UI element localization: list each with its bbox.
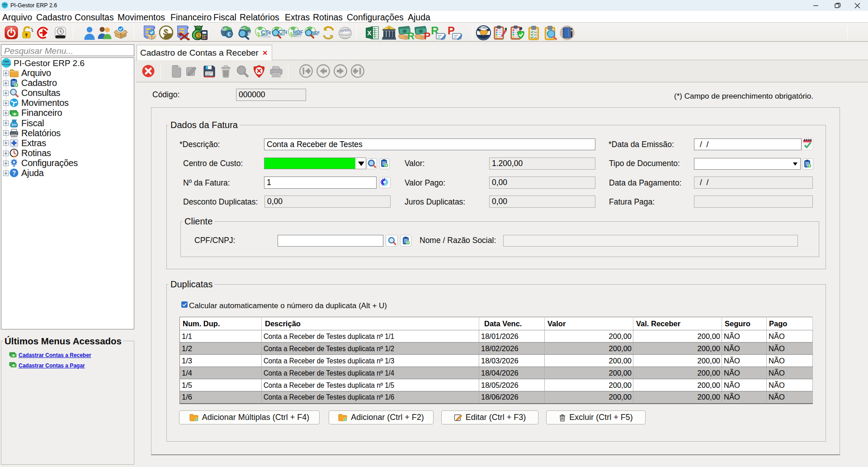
svg-text:P: P: [424, 30, 431, 41]
svg-text:€: €: [248, 31, 250, 36]
svg-text:MDFe: MDFe: [293, 29, 303, 35]
svg-text:SIST: SIST: [3, 5, 6, 7]
svg-text:$: $: [197, 32, 201, 39]
svg-text:CTe: CTe: [278, 29, 287, 35]
svg-text:MDFe: MDFe: [311, 30, 320, 35]
svg-text:X: X: [367, 29, 372, 37]
svg-text:MANIFESTO: MANIFESTO: [293, 36, 302, 38]
svg-text:CONHECIMENTO: CONHECIMENTO: [261, 36, 271, 38]
svg-text:NF: NF: [222, 27, 227, 32]
svg-text:UMA: UMA: [4, 60, 9, 63]
svg-text:?: ?: [12, 169, 16, 176]
svg-text:UMA: UMA: [3, 3, 7, 5]
svg-text:ACORDO: ACORDO: [480, 27, 488, 29]
svg-text:R: R: [407, 30, 415, 41]
svg-text:CTe: CTe: [261, 29, 271, 36]
svg-text:€: €: [227, 31, 231, 38]
svg-text:SISTEMAS: SISTEMAS: [2, 63, 11, 66]
svg-text:$ml: $ml: [11, 123, 16, 127]
